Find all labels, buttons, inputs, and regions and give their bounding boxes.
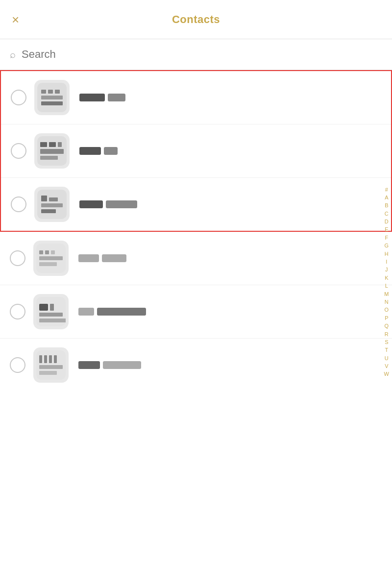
radio-button[interactable] <box>11 143 26 159</box>
contact-name-block <box>79 147 118 155</box>
alpha-letter-H[interactable]: H <box>384 250 390 257</box>
contact-name-last <box>106 200 137 208</box>
svg-rect-1 <box>41 90 46 94</box>
selected-contacts-region <box>0 70 392 232</box>
contact-name-last <box>102 254 126 262</box>
alpha-letter-O[interactable]: O <box>384 306 390 314</box>
svg-rect-10 <box>40 149 64 154</box>
svg-rect-20 <box>51 250 55 254</box>
alpha-letter-M[interactable]: M <box>383 290 390 297</box>
avatar-image <box>36 350 66 380</box>
contact-name-block <box>79 94 125 101</box>
contact-name-first <box>79 94 105 101</box>
alpha-letter-D[interactable]: D <box>384 218 390 225</box>
alpha-letter-S[interactable]: S <box>384 339 389 346</box>
list-item[interactable] <box>1 71 391 124</box>
radio-button[interactable] <box>10 304 25 319</box>
svg-rect-14 <box>49 197 58 201</box>
alpha-letter-A[interactable]: A <box>384 194 389 201</box>
list-item[interactable] <box>1 178 391 231</box>
alpha-letter-Q[interactable]: Q <box>384 322 390 330</box>
contact-name-last <box>108 94 125 101</box>
list-item[interactable] <box>0 232 392 285</box>
contact-name-block <box>78 361 141 369</box>
avatar <box>34 133 70 169</box>
svg-rect-18 <box>39 250 43 254</box>
alpha-letter-B[interactable]: B <box>384 202 389 209</box>
list-item[interactable] <box>1 124 391 178</box>
svg-rect-19 <box>45 250 49 254</box>
svg-rect-33 <box>39 365 63 369</box>
search-icon: ⌕ <box>10 49 16 60</box>
header: × Contacts <box>0 0 392 39</box>
radio-button[interactable] <box>11 90 26 105</box>
contact-name-block <box>79 200 137 208</box>
contact-name-first <box>79 147 101 155</box>
avatar <box>33 241 69 276</box>
page-title: Contacts <box>172 13 220 26</box>
search-bar: ⌕ <box>0 39 392 70</box>
contact-name-first <box>78 361 100 369</box>
alpha-letter-N[interactable]: N <box>384 298 390 306</box>
avatar <box>33 294 69 329</box>
svg-rect-34 <box>39 371 57 375</box>
radio-button[interactable] <box>10 250 25 266</box>
alpha-letter-P[interactable]: P <box>384 315 389 322</box>
svg-rect-15 <box>41 203 63 207</box>
list-item[interactable] <box>0 339 392 392</box>
svg-rect-16 <box>41 209 56 213</box>
alpha-letter-G[interactable]: G <box>384 242 390 249</box>
contact-name-last <box>104 147 118 155</box>
alpha-letter-V[interactable]: V <box>384 363 389 370</box>
svg-rect-30 <box>44 355 47 363</box>
alpha-letter-U[interactable]: U <box>384 355 390 362</box>
alpha-letter-T[interactable]: T <box>384 346 389 354</box>
contact-name-block <box>78 308 146 316</box>
svg-rect-5 <box>41 101 63 105</box>
svg-rect-4 <box>41 96 63 99</box>
contact-name-last <box>103 361 141 369</box>
alpha-letter-L[interactable]: L <box>384 282 389 290</box>
svg-rect-7 <box>40 142 47 147</box>
svg-rect-27 <box>39 319 66 322</box>
svg-rect-9 <box>58 142 62 147</box>
alpha-letter-F[interactable]: F <box>384 234 389 242</box>
avatar-image <box>37 190 67 219</box>
svg-rect-31 <box>49 355 52 363</box>
contact-name-first <box>78 254 99 262</box>
svg-rect-25 <box>50 304 54 311</box>
alpha-letter-W[interactable]: W <box>383 370 390 378</box>
avatar-image <box>36 297 66 326</box>
alpha-letter-J[interactable]: J <box>384 266 389 273</box>
list-item[interactable] <box>0 285 392 339</box>
svg-rect-29 <box>39 355 42 363</box>
svg-rect-2 <box>48 90 53 94</box>
svg-rect-26 <box>39 313 63 317</box>
contact-list <box>0 70 392 564</box>
alphabet-index: #ABCDEFGHIJKLMNOPQRSTUVW <box>383 186 390 378</box>
avatar-image <box>37 83 67 112</box>
svg-rect-3 <box>55 90 60 94</box>
alpha-letter-E[interactable]: E <box>384 226 389 233</box>
alpha-letter-K[interactable]: K <box>384 274 389 282</box>
avatar <box>34 187 70 222</box>
svg-rect-22 <box>39 262 57 266</box>
svg-rect-8 <box>49 142 56 147</box>
close-button[interactable]: × <box>12 13 19 26</box>
svg-rect-21 <box>39 256 63 260</box>
alpha-letter-I[interactable]: I <box>385 258 388 266</box>
alpha-letter-#[interactable]: # <box>384 186 389 193</box>
avatar <box>33 347 69 383</box>
radio-button[interactable] <box>11 196 26 212</box>
svg-rect-13 <box>41 196 47 201</box>
contact-name-first <box>78 308 94 316</box>
svg-rect-32 <box>54 355 57 363</box>
avatar <box>34 80 70 115</box>
search-input[interactable] <box>22 48 382 61</box>
svg-rect-11 <box>40 156 58 160</box>
alpha-letter-R[interactable]: R <box>384 330 390 338</box>
alpha-letter-C[interactable]: C <box>384 210 390 217</box>
radio-button[interactable] <box>10 357 25 373</box>
avatar-image <box>37 136 67 166</box>
svg-rect-24 <box>39 304 48 311</box>
